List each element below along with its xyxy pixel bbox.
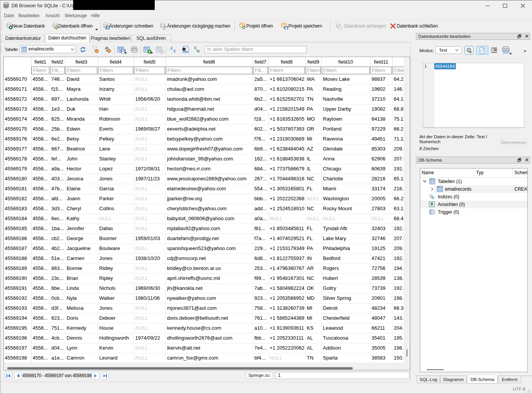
svg-text:A: A bbox=[170, 46, 173, 51]
svg-text:b: b bbox=[194, 46, 196, 50]
svg-text:A: A bbox=[172, 48, 176, 53]
